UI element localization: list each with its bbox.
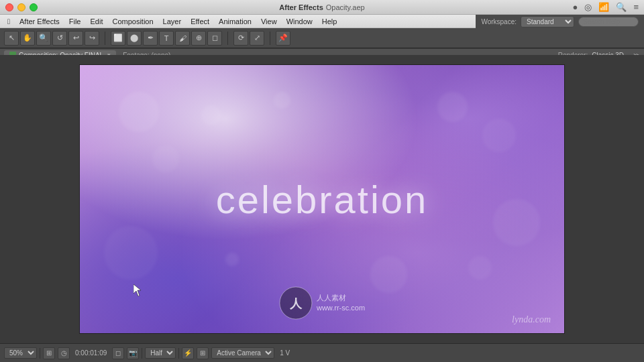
tool-rect[interactable]: ⬜ — [111, 31, 125, 46]
tool-text[interactable]: T — [159, 31, 174, 46]
tool-eraser[interactable]: ◻ — [207, 31, 222, 46]
status-sep-3 — [178, 348, 179, 359]
icon1: ● — [573, 2, 578, 12]
menu-window[interactable]: Window — [282, 16, 317, 27]
separator-2 — [227, 32, 228, 45]
maximize-button[interactable] — [30, 3, 38, 11]
tool-clone[interactable]: ⊕ — [191, 31, 206, 46]
bokeh-1 — [119, 92, 159, 132]
menu-apple[interactable]:  — [3, 16, 15, 27]
search-help-input[interactable] — [578, 17, 639, 27]
tool-group-misc: 📌 — [276, 31, 290, 46]
tool-pin[interactable]: 📌 — [276, 31, 290, 46]
svg-text:人: 人 — [289, 297, 303, 310]
app-name: After Effects — [279, 3, 323, 11]
bokeh-11 — [225, 253, 239, 266]
tool-pen[interactable]: ✒ — [143, 31, 158, 46]
tool-group-select: ↖ ✋ 🔍 ↺ ↩ ↪ — [4, 31, 99, 46]
bokeh-7 — [437, 92, 468, 122]
bokeh-5 — [482, 119, 516, 152]
workspace-select[interactable]: Standard — [521, 16, 574, 27]
zoom-select[interactable]: 50% — [4, 347, 37, 359]
timecode: 0:00:01:09 — [72, 349, 109, 357]
separator-1 — [105, 32, 105, 45]
tool-undo[interactable]: ↩ — [68, 31, 83, 46]
window-controls[interactable] — [5, 3, 38, 11]
bokeh-6 — [493, 199, 540, 246]
tool-ellipse[interactable]: ⬤ — [127, 31, 142, 46]
bokeh-3 — [104, 226, 158, 280]
icon2: ◎ — [584, 2, 592, 12]
menu-layer[interactable]: Layer — [158, 16, 186, 27]
watermark-chinese: 人人素材 — [317, 293, 365, 303]
watermark-url: www.rr-sc.com — [317, 303, 365, 313]
grid-btn[interactable]: ⊞ — [197, 347, 209, 359]
tool-hand[interactable]: ✋ — [20, 31, 35, 46]
time-button[interactable]: ◷ — [58, 347, 70, 359]
resolution-select[interactable]: Half — [145, 347, 176, 359]
bokeh-9 — [274, 92, 290, 109]
tool-zoom[interactable]: 🔍 — [36, 31, 51, 46]
status-bar: 50% ⊞ ◷ 0:00:01:09 ◻ 📷 Half ⚡ ⊞ Active C… — [0, 343, 644, 362]
snapshot-btn[interactable]: 📷 — [127, 347, 139, 359]
menu-animation[interactable]: Animation — [214, 16, 256, 27]
view-number: 1 V — [277, 349, 292, 357]
title-bar-icons: ● ◎ 📶 🔍 ≡ — [573, 2, 639, 12]
watermark-logo: 人 — [279, 286, 313, 320]
watermark-logo-svg: 人 — [279, 286, 313, 320]
main-view: celebration 人 人人素材 www.rr-sc.com lynda.c… — [0, 55, 644, 343]
close-button[interactable] — [5, 3, 13, 11]
fit-button[interactable]: ⊞ — [43, 347, 55, 359]
separator-3 — [270, 32, 270, 45]
menu-composition[interactable]: Composition — [107, 16, 158, 27]
tool-selection[interactable]: ↖ — [4, 31, 19, 46]
status-sep-1 — [40, 348, 40, 359]
cursor-indicator — [133, 284, 142, 298]
bokeh-10 — [370, 256, 407, 293]
celebration-text: celebration — [216, 177, 429, 222]
file-name: Opacity.aep — [326, 3, 365, 11]
menu-edit[interactable]: Edit — [85, 16, 107, 27]
title-bar: After Effects Opacity.aep ● ◎ 📶 🔍 ≡ — [0, 0, 644, 15]
bokeh-4 — [201, 105, 221, 125]
tool-group-camera: ⟳ ⤢ — [233, 31, 264, 46]
tool-group-transform: ⬜ ⬤ ✒ T 🖌 ⊕ ◻ — [111, 31, 222, 46]
status-sep-2 — [142, 348, 142, 359]
lynda-watermark: lynda.com — [512, 314, 551, 325]
tool-brush[interactable]: 🖌 — [175, 31, 190, 46]
fast-preview-btn[interactable]: ⚡ — [182, 347, 194, 359]
menu-view[interactable]: View — [256, 16, 282, 27]
icon4: 🔍 — [616, 2, 627, 12]
frame-btn[interactable]: ◻ — [112, 347, 124, 359]
comp-canvas: celebration 人 人人素材 www.rr-sc.com lynda.c… — [79, 64, 565, 334]
menu-file[interactable]: File — [64, 16, 86, 27]
minimize-button[interactable] — [17, 3, 25, 11]
icon5: ≡ — [633, 2, 639, 12]
menu-effect[interactable]: Effect — [186, 16, 214, 27]
watermark-container: 人 人人素材 www.rr-sc.com — [279, 286, 365, 320]
menu-help[interactable]: Help — [317, 16, 342, 27]
tool-rotate[interactable]: ↺ — [52, 31, 67, 46]
watermark-text: 人人素材 www.rr-sc.com — [317, 293, 365, 314]
tool-redo[interactable]: ↪ — [85, 31, 99, 46]
toolbar: ↖ ✋ 🔍 ↺ ↩ ↪ ⬜ ⬤ ✒ T 🖌 ⊕ ◻ ⟳ ⤢ 📌 Workspac… — [0, 28, 644, 48]
menu-aftereffects[interactable]: After Effects — [15, 16, 64, 27]
bokeh-8 — [468, 256, 492, 280]
tool-camera-pan[interactable]: ⤢ — [250, 31, 264, 46]
camera-select[interactable]: Active Camera — [211, 347, 274, 359]
workspace-label: Workspace: — [481, 18, 517, 25]
icon3: 📶 — [598, 2, 609, 12]
tool-camera-orbit[interactable]: ⟳ — [233, 31, 248, 46]
